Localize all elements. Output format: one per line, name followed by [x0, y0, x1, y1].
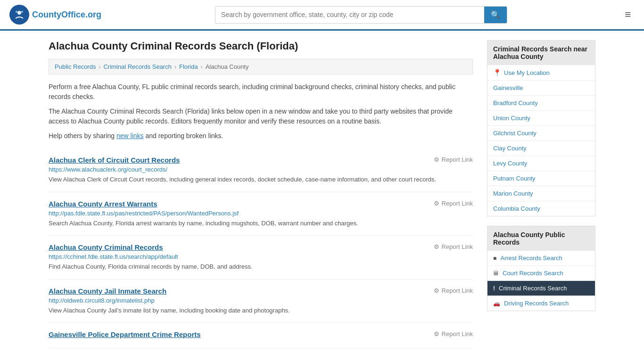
record-item: Alachua County Jail Inmate Search ⚙ Repo… [49, 280, 473, 323]
hamburger-menu-icon[interactable]: ≡ [621, 7, 635, 23]
sidebar-item-union[interactable]: Union County [487, 111, 595, 126]
sidebar-public-section: Alachua County Public Records ■ Arrest R… [487, 226, 595, 311]
report-icon: ⚙ [434, 243, 439, 250]
sidebar-item-gilchrist[interactable]: Gilchrist County [487, 126, 595, 141]
desc3b-text: and reporting broken links. [145, 132, 223, 140]
report-icon: ⚙ [434, 287, 439, 294]
record-url: https://www.alachuaclerk.org/court_recor… [49, 166, 473, 173]
sidebar-item-court-records[interactable]: 🏛 Court Records Search [487, 266, 595, 281]
search-input[interactable] [215, 7, 484, 22]
record-item: Gainesville Police Department Crime Repo… [49, 323, 473, 348]
report-link-label: Report Link [442, 200, 473, 207]
breadcrumb: Public Records › Criminal Records Search… [49, 59, 473, 74]
report-link-label: Report Link [442, 330, 473, 337]
breadcrumb-sep-3: › [201, 64, 203, 70]
record-desc: View Alachua Clerk of Circuit Court reco… [49, 175, 473, 184]
sidebar-link[interactable]: Bradford County [493, 99, 589, 107]
record-title-link[interactable]: Alachua County Criminal Records [49, 243, 163, 251]
report-icon: ⚙ [434, 156, 439, 163]
report-link-label: Report Link [442, 287, 473, 294]
record-desc: View Alachua County Jail's inmate list b… [49, 306, 473, 315]
court-icon: 🏛 [493, 270, 499, 277]
arrest-icon: ■ [493, 255, 496, 262]
criminal-icon: ! [493, 285, 495, 292]
arrest-records-link[interactable]: Arrest Records Search [500, 255, 562, 262]
report-link-3[interactable]: ⚙ Report Link [434, 243, 473, 250]
record-title-link[interactable]: Alachua County Arrest Warrants [49, 200, 157, 208]
sidebar-item-levy[interactable]: Levy County [487, 156, 595, 171]
sidebar-item-criminal-records[interactable]: ! Criminal Records Search [487, 281, 595, 296]
breadcrumb-current: Alachua County [206, 63, 249, 70]
criminal-records-link[interactable]: Criminal Records Search [499, 285, 567, 292]
search-button[interactable]: 🔍 [484, 7, 507, 23]
page-title: Alachua County Criminal Records Search (… [49, 40, 473, 52]
svg-point-3 [21, 11, 23, 13]
record-title-link[interactable]: Alachua County Jail Inmate Search [49, 287, 166, 295]
record-item: Alachua County Criminal Records ⚙ Report… [49, 236, 473, 280]
sidebar-item-bradford[interactable]: Bradford County [487, 96, 595, 111]
new-links-link[interactable]: new links [116, 132, 144, 140]
record-url: https://cchinet.fdle.state.fl.us/search/… [49, 253, 473, 260]
records-list: Alachua Clerk of Circuit Court Records ⚙… [49, 148, 473, 348]
breadcrumb-sep-2: › [174, 64, 176, 70]
record-item: Alachua County Arrest Warrants ⚙ Report … [49, 192, 473, 236]
sidebar-link[interactable]: Levy County [493, 160, 589, 167]
report-link-label: Report Link [442, 156, 473, 163]
sidebar-nearby-section: Criminal Records Search near Alachua Cou… [487, 40, 595, 216]
sidebar-item-arrest-records[interactable]: ■ Arrest Records Search [487, 251, 595, 266]
court-records-link[interactable]: Court Records Search [503, 270, 563, 277]
sidebar: Criminal Records Search near Alachua Cou… [487, 40, 595, 348]
header: CountyOffice.org 🔍 ≡ [0, 0, 644, 31]
content-area: Alachua County Criminal Records Search (… [49, 40, 473, 348]
sidebar-link[interactable]: Putnam County [493, 175, 589, 182]
sidebar-item-gainesville[interactable]: Gainesville [487, 81, 595, 96]
record-item: Alachua Clerk of Circuit Court Records ⚙… [49, 148, 473, 192]
sidebar-link[interactable]: Gainesville [493, 84, 589, 91]
pin-icon: 📍 [493, 69, 501, 76]
sidebar-item-putnam[interactable]: Putnam County [487, 171, 595, 186]
record-desc: Find Alachua County, Florida criminal re… [49, 262, 473, 272]
sidebar-item-clay[interactable]: Clay County [487, 141, 595, 156]
sidebar-link[interactable]: Union County [493, 115, 589, 122]
record-url: http://pas.fdle.state.fl.us/pas/restrict… [49, 210, 473, 217]
sidebar-item-driving-records[interactable]: 🚗 Driving Records Search [487, 296, 595, 311]
description-2: The Alachua County Criminal Records Sear… [49, 107, 473, 126]
record-title-link[interactable]: Gainesville Police Department Crime Repo… [49, 330, 201, 338]
sidebar-public-title: Alachua County Public Records [487, 226, 595, 251]
logo-icon [9, 5, 29, 25]
logo-tld: .org [85, 10, 101, 19]
sidebar-link[interactable]: Gilchrist County [493, 130, 589, 137]
sidebar-item-use-location[interactable]: 📍 Use My Location [487, 65, 595, 81]
driving-records-link[interactable]: Driving Records Search [504, 300, 569, 307]
breadcrumb-criminal-records[interactable]: Criminal Records Search [103, 63, 172, 70]
report-icon: ⚙ [434, 330, 439, 337]
record-title-link[interactable]: Alachua Clerk of Circuit Court Records [49, 156, 180, 164]
sidebar-public-list: ■ Arrest Records Search 🏛 Court Records … [487, 251, 595, 311]
sidebar-link[interactable]: Clay County [493, 145, 589, 152]
sidebar-link[interactable]: Marion County [493, 190, 589, 197]
logo-area: CountyOffice.org [9, 5, 101, 25]
report-link-4[interactable]: ⚙ Report Link [434, 287, 473, 294]
report-link-5[interactable]: ⚙ Report Link [434, 330, 473, 337]
sidebar-link[interactable]: Columbia County [493, 205, 589, 212]
logo-text: CountyOffice.org [32, 10, 101, 20]
report-link-label: Report Link [442, 243, 473, 250]
sidebar-item-columbia[interactable]: Columbia County [487, 201, 595, 216]
svg-point-2 [16, 11, 17, 13]
breadcrumb-public-records[interactable]: Public Records [55, 63, 96, 70]
record-desc: Search Alachua County, Florida arrest wa… [49, 219, 473, 228]
desc3-text: Help others by sharing [49, 132, 115, 140]
record-url: http://oldweb.circuit8.org/inmatelist.ph… [49, 297, 473, 304]
breadcrumb-sep-1: › [99, 64, 100, 70]
svg-point-1 [17, 11, 21, 15]
report-link-2[interactable]: ⚙ Report Link [434, 200, 473, 207]
search-bar: 🔍 [215, 6, 507, 24]
sidebar-item-marion[interactable]: Marion County [487, 186, 595, 201]
use-location-link[interactable]: Use My Location [504, 69, 550, 76]
driving-icon: 🚗 [493, 300, 500, 307]
description-1: Perform a free Alachua County, FL public… [49, 82, 473, 102]
description-3: Help others by sharing new links and rep… [49, 131, 473, 141]
report-link-1[interactable]: ⚙ Report Link [434, 156, 473, 163]
sidebar-nearby-title: Criminal Records Search near Alachua Cou… [487, 41, 595, 65]
breadcrumb-florida[interactable]: Florida [179, 63, 198, 70]
